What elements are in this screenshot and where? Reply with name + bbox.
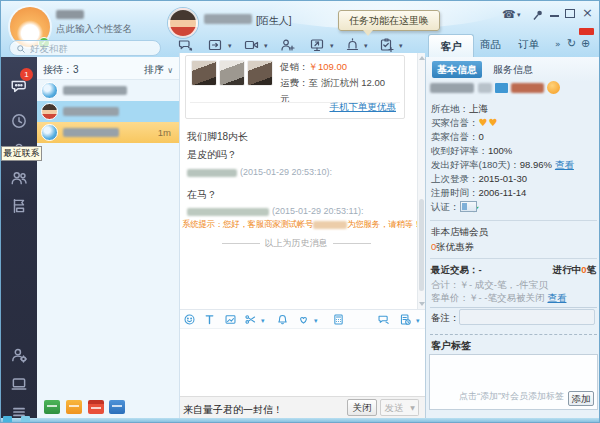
reception-count: 接待：3: [43, 63, 79, 77]
chevron-down-icon: ∨: [167, 66, 173, 75]
history-divider: 以上为历史消息: [180, 237, 412, 250]
contact-row[interactable]: [37, 80, 179, 101]
pin-icon[interactable]: [532, 9, 544, 21]
new-badge: [579, 28, 594, 35]
self-name-redacted: [56, 10, 84, 19]
workbench-icon[interactable]: [10, 197, 28, 215]
stranger-tag: [陌生人]: [256, 14, 292, 28]
app-shortcut-verify-icon[interactable]: [109, 400, 125, 414]
product-card[interactable]: 促销：￥109.00 运费：至 浙江杭州 12.00 元 手机下单更优惠: [185, 55, 405, 119]
trade-average-line: 客单价：￥- -笔交易被关闭查看: [431, 292, 566, 305]
customer-name-redacted: [430, 83, 474, 93]
remote-desktop-dropdown[interactable]: ▾: [330, 42, 334, 50]
favorite-dropdown[interactable]: ▾: [314, 317, 318, 325]
coupon-count-line: 0张优惠券: [431, 241, 474, 254]
video-call-icon[interactable]: [242, 37, 261, 53]
signature-text[interactable]: 点此输入个性签名: [56, 23, 132, 36]
membership-status: 非本店铺会员: [431, 226, 488, 239]
video-dropdown[interactable]: ▾: [264, 42, 268, 50]
account-settings-icon[interactable]: [10, 346, 28, 364]
contact-list-header: 接待：3 排序 ∨: [37, 57, 179, 80]
remark-label: 备注：: [431, 312, 460, 325]
maximize-button[interactable]: [565, 9, 575, 18]
phone-dropdown[interactable]: ▾: [517, 11, 521, 19]
app-shortcut-briefcase-icon[interactable]: [44, 400, 60, 414]
dashed-divider: [430, 334, 597, 335]
image-icon[interactable]: [224, 313, 237, 326]
notice-bar: 来自量子君的一封信！ 关闭 发送 ▼: [180, 396, 425, 418]
account-name-redacted: [313, 221, 347, 229]
info-row-sent-rate: 发出好评率(180天)：98.96%查看: [431, 159, 574, 172]
sender-name-redacted: [187, 169, 237, 177]
add-contact-icon[interactable]: [278, 37, 297, 53]
chat-forward-icon[interactable]: [176, 37, 195, 53]
groups-icon[interactable]: [10, 169, 28, 187]
favorite-icon[interactable]: [297, 313, 310, 326]
screenshot-dropdown[interactable]: ▾: [261, 317, 265, 325]
window-bottom-edge: [1, 418, 600, 423]
alert-dropdown[interactable]: ▾: [364, 42, 368, 50]
app-shortcut-shop-icon[interactable]: [88, 400, 104, 414]
font-icon[interactable]: [203, 313, 216, 326]
tab-product[interactable]: 商品: [480, 38, 501, 52]
device-icon[interactable]: [10, 375, 28, 393]
chat-log-dropdown[interactable]: ▾: [416, 317, 420, 325]
customer-badge-redacted: [478, 83, 492, 93]
contact-row-highlighted[interactable]: 1m: [37, 122, 179, 143]
add-panel-icon[interactable]: ⊕: [581, 37, 590, 50]
sort-control[interactable]: 排序 ∨: [144, 63, 173, 77]
add-tag-button[interactable]: 添加: [568, 391, 594, 406]
minimize-button[interactable]: [550, 15, 559, 17]
tags-placeholder: 点击“添加”对会员添加标签: [459, 390, 564, 403]
mobile-order-link[interactable]: 手机下单更优惠: [330, 101, 397, 114]
calculator-icon[interactable]: [332, 313, 345, 326]
message-text: 是皮的吗？: [187, 148, 237, 162]
send-button[interactable]: 发送: [380, 399, 408, 416]
contact-row-selected[interactable]: [37, 101, 179, 122]
send-file-icon[interactable]: [206, 37, 225, 53]
tab-customer[interactable]: 客户: [428, 34, 474, 57]
chat-log-icon[interactable]: [399, 313, 412, 326]
trade-in-progress: 进行中0笔: [553, 264, 596, 277]
alert-icon[interactable]: [343, 37, 362, 53]
search-input[interactable]: [30, 41, 158, 55]
recent-trade-label: 最近交易：-: [431, 264, 482, 277]
task-icon[interactable]: [377, 37, 396, 53]
customer-emoji-icon: [547, 81, 560, 94]
send-options-dropdown[interactable]: ▼: [407, 399, 419, 416]
nav-sidebar: 1: [1, 57, 37, 418]
contact-name-redacted: [63, 128, 119, 137]
divider: [430, 220, 597, 221]
task-dropdown[interactable]: ▾: [399, 42, 403, 50]
notice-text: 来自量子君的一封信！: [183, 403, 283, 417]
remark-input[interactable]: [459, 309, 595, 325]
remote-desktop-icon[interactable]: [308, 37, 327, 53]
search-box[interactable]: [9, 40, 161, 56]
product-image: [191, 60, 217, 86]
screenshot-icon[interactable]: [244, 313, 257, 326]
message-record-icon[interactable]: [377, 313, 390, 326]
peer-avatar[interactable]: [168, 8, 198, 38]
contact-name-redacted: [63, 86, 127, 95]
buzz-icon[interactable]: [276, 313, 289, 326]
subtab-service-info[interactable]: 服务信息: [488, 61, 538, 78]
scrollbar-thumb[interactable]: [419, 199, 424, 291]
phone-icon[interactable]: ☎: [502, 8, 516, 21]
taskbar-chip-icon: [21, 416, 30, 423]
app-shortcut-folder-icon[interactable]: [66, 400, 82, 414]
id-card-icon: [460, 201, 477, 212]
view-closed-trades-link[interactable]: 查看: [547, 292, 566, 303]
recent-icon[interactable]: [10, 112, 28, 130]
close-button[interactable]: ×: [582, 5, 593, 20]
promo-price-line: 促销：￥109.00: [280, 61, 347, 74]
chat-scrollbar[interactable]: [417, 53, 425, 309]
send-file-dropdown[interactable]: ▾: [228, 42, 232, 50]
subtab-basic-info[interactable]: 基本信息: [432, 61, 482, 78]
close-notice-button[interactable]: 关闭: [347, 399, 377, 416]
expand-more-icon[interactable]: »: [555, 39, 561, 49]
view-rate-link[interactable]: 查看: [555, 159, 574, 170]
info-row-received-rate: 收到好评率：100%: [431, 145, 512, 158]
tab-order[interactable]: 订单: [518, 38, 539, 52]
emoji-icon[interactable]: [183, 313, 196, 326]
refresh-icon[interactable]: ↻: [567, 37, 576, 50]
